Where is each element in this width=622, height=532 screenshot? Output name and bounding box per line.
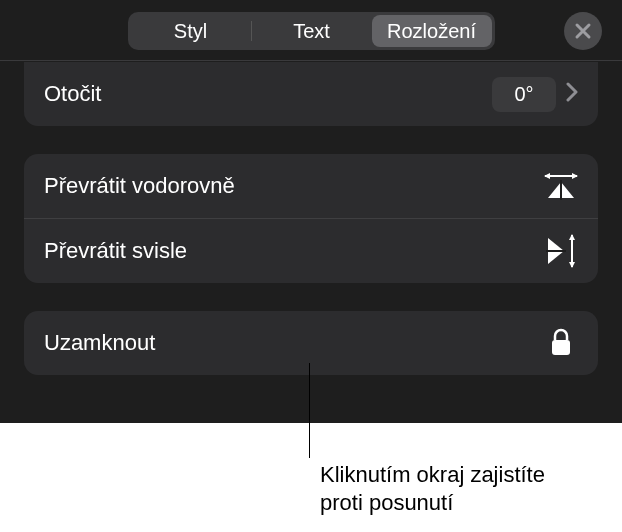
svg-marker-7 — [569, 262, 575, 268]
rotate-label: Otočit — [44, 81, 101, 107]
rotate-row[interactable]: Otočit 0° — [24, 62, 598, 126]
tab-layout-label: Rozložení — [387, 20, 476, 43]
rotate-value: 0° — [492, 77, 556, 112]
flip-vertical-row[interactable]: Převrátit svisle — [24, 218, 598, 283]
tab-layout[interactable]: Rozložení — [372, 15, 492, 47]
flip-horizontal-label: Převrátit vodorovně — [44, 173, 235, 199]
tab-text-label: Text — [293, 20, 330, 43]
flip-vertical-icon — [544, 234, 578, 268]
lock-label: Uzamknout — [44, 330, 155, 356]
callout-leader-line — [309, 363, 310, 458]
flip-horizontal-icon — [544, 169, 578, 203]
tab-style-label: Styl — [174, 20, 207, 43]
segmented-control: Styl Text Rozložení — [128, 12, 495, 50]
rotate-group: Otočit 0° — [24, 62, 598, 126]
callout-line-1: Kliknutím okraj zajistíte — [320, 462, 545, 487]
svg-marker-1 — [544, 173, 550, 179]
flip-horizontal-row[interactable]: Převrátit vodorovně — [24, 154, 598, 218]
svg-marker-2 — [572, 173, 578, 179]
lock-icon — [544, 326, 578, 360]
tab-bar: Styl Text Rozložení — [0, 0, 622, 58]
content-area: Otočit 0° Převrátit vodorovně — [0, 62, 622, 375]
flip-vertical-label: Převrátit svisle — [44, 238, 187, 264]
svg-rect-10 — [552, 340, 570, 355]
lock-group: Uzamknout — [24, 311, 598, 375]
tab-style[interactable]: Styl — [131, 15, 251, 47]
chevron-right-icon — [566, 82, 578, 106]
divider — [0, 60, 622, 61]
rotate-trail: 0° — [492, 77, 578, 112]
close-button[interactable] — [564, 12, 602, 50]
close-icon — [574, 22, 592, 40]
svg-marker-6 — [569, 234, 575, 240]
callout-text: Kliknutím okraj zajistíte proti posunutí — [320, 461, 545, 516]
callout-area: Kliknutím okraj zajistíte proti posunutí — [0, 423, 622, 532]
flip-group: Převrátit vodorovně Převrátit svisle — [24, 154, 598, 283]
tab-text[interactable]: Text — [252, 15, 372, 47]
lock-row[interactable]: Uzamknout — [24, 311, 598, 375]
layout-panel: Styl Text Rozložení Otočit 0° — [0, 0, 622, 423]
callout-line-2: proti posunutí — [320, 490, 453, 515]
